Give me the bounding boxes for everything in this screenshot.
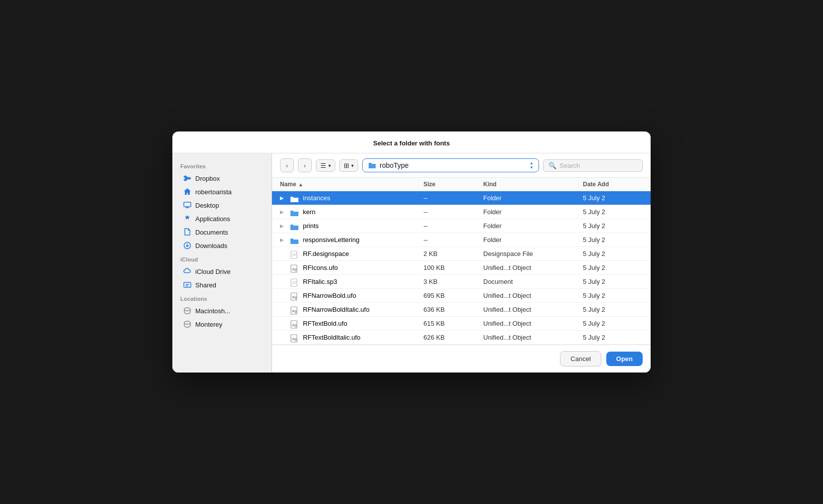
folder-path-icon <box>368 161 377 170</box>
file-date: 5 July 2 <box>583 250 643 257</box>
sidebar-item-shared[interactable]: Shared <box>175 278 269 291</box>
folder-icon <box>290 195 299 204</box>
file-kind: Designspace File <box>483 250 583 257</box>
file-name-cell: ▶ prints <box>280 222 423 230</box>
file-kind: Folder <box>483 194 583 202</box>
sidebar-item-dropbox[interactable]: Dropbox <box>175 172 269 185</box>
file-type-icon <box>290 223 299 230</box>
svg-rect-8 <box>291 279 297 286</box>
path-down-arrow[interactable]: ▼ <box>530 166 534 170</box>
main-content: ‹ › ☰ ▾ ⊞ ▾ roboType ▲ ▼ <box>272 153 651 373</box>
documents-icon <box>183 228 191 236</box>
path-up-arrow[interactable]: ▲ <box>530 161 534 165</box>
kind-column-header[interactable]: Kind <box>483 181 583 188</box>
size-column-header[interactable]: Size <box>423 181 483 188</box>
toolbar: ‹ › ☰ ▾ ⊞ ▾ roboType ▲ ▼ <box>272 153 651 178</box>
forward-button[interactable]: › <box>298 158 312 172</box>
list-view-chevron: ▾ <box>328 163 331 168</box>
table-row[interactable]: ▶ responsiveLettering -- Folder 5 July 2 <box>272 233 651 247</box>
svg-point-3 <box>184 308 190 311</box>
back-button[interactable]: ‹ <box>280 158 294 172</box>
table-row[interactable]: RFItalic.sp3 3 KB Document 5 July 2 <box>272 275 651 289</box>
file-kind: Document <box>483 278 583 285</box>
file-date: 5 July 2 <box>583 194 643 202</box>
search-input[interactable] <box>559 162 637 169</box>
file-kind: Folder <box>483 222 583 230</box>
svg-rect-5 <box>291 251 297 258</box>
expand-arrow[interactable]: ▶ <box>280 237 286 243</box>
file-type-icon: Ag <box>290 292 299 299</box>
sidebar-item-desktop[interactable]: Desktop <box>175 199 269 212</box>
text-file-icon <box>290 278 299 287</box>
sidebar-item-applications[interactable]: Applications <box>175 212 269 225</box>
sidebar-item-monterey[interactable]: Monterey <box>175 318 269 331</box>
search-bar: 🔍 <box>543 159 643 172</box>
desktop-icon <box>183 201 191 209</box>
file-name: RF.designspace <box>303 250 349 257</box>
table-row[interactable]: Ag RFIcons.ufo 100 KB Unified...t Object… <box>272 261 651 275</box>
search-icon: 🔍 <box>549 162 556 169</box>
grid-view-chevron: ▾ <box>351 163 354 168</box>
file-kind: Folder <box>483 236 583 244</box>
table-row[interactable]: Ag RFTextBoldItalic.ufo 626 KB Unified..… <box>272 331 651 345</box>
file-date: 5 July 2 <box>583 236 643 244</box>
open-button[interactable]: Open <box>606 352 643 366</box>
svg-rect-2 <box>184 282 191 287</box>
cancel-button[interactable]: Cancel <box>560 351 601 367</box>
table-row[interactable]: Ag RFNarrowBold.ufo 695 KB Unified...t O… <box>272 289 651 303</box>
sidebar-item-documents[interactable]: Documents <box>175 226 269 239</box>
dropbox-icon <box>183 174 191 182</box>
grid-view-button[interactable]: ⊞ ▾ <box>339 159 358 172</box>
table-row[interactable]: ▶ kern -- Folder 5 July 2 <box>272 205 651 219</box>
locations-header: Locations <box>172 292 272 304</box>
file-name: RFIcons.ufo <box>303 264 338 271</box>
file-date: 5 July 2 <box>583 292 643 299</box>
table-row[interactable]: ▶ prints -- Folder 5 July 2 <box>272 219 651 233</box>
ufo-file-icon: Ag <box>290 306 299 315</box>
sidebar-item-label: Shared <box>195 281 216 289</box>
date-column-header[interactable]: Date Add <box>583 181 643 188</box>
table-row[interactable]: Ag RFTextBold.ufo 615 KB Unified...t Obj… <box>272 317 651 331</box>
home-icon <box>183 188 191 196</box>
icloud-header: iCloud <box>172 252 272 264</box>
footer: Cancel Open <box>272 345 651 373</box>
sidebar-item-macintosh[interactable]: Macintosh... <box>175 304 269 317</box>
sidebar-item-label: Documents <box>195 229 228 236</box>
path-bar: roboType ▲ ▼ <box>362 158 539 172</box>
table-row[interactable]: ▶ instances -- Folder 5 July 2 <box>272 191 651 205</box>
table-row[interactable]: Ag RFNarrowBoldItalic.ufo 636 KB Unified… <box>272 303 651 317</box>
file-name-cell: ▶ kern <box>280 208 423 216</box>
drive2-icon <box>183 320 191 328</box>
list-view-icon: ☰ <box>320 162 326 169</box>
file-type-icon: Ag <box>290 306 299 313</box>
sidebar-item-icloud-drive[interactable]: iCloud Drive <box>175 265 269 278</box>
path-nav-arrows[interactable]: ▲ ▼ <box>530 161 534 170</box>
expand-arrow[interactable]: ▶ <box>280 195 286 201</box>
sidebar-item-label: Monterey <box>195 321 222 328</box>
file-name: kern <box>303 208 315 216</box>
name-column-header[interactable]: Name ▲ <box>280 181 423 188</box>
file-date: 5 July 2 <box>583 222 643 230</box>
folder-icon <box>290 237 299 246</box>
sidebar-item-robertoarista[interactable]: robertoarista <box>175 185 269 198</box>
file-type-icon <box>290 195 299 202</box>
file-size: 3 KB <box>423 278 483 285</box>
sidebar-item-label: Macintosh... <box>195 307 230 315</box>
sidebar-item-label: Desktop <box>195 202 219 209</box>
file-size: -- <box>423 194 483 202</box>
table-row[interactable]: RF.designspace 2 KB Designspace File 5 J… <box>272 247 651 261</box>
expand-arrow[interactable]: ▶ <box>280 209 286 215</box>
sidebar-item-downloads[interactable]: Downloads <box>175 239 269 252</box>
shared-icon <box>183 281 191 289</box>
file-size: -- <box>423 236 483 244</box>
file-size: -- <box>423 208 483 216</box>
list-view-button[interactable]: ☰ ▾ <box>316 159 335 172</box>
file-kind: Unified...t Object <box>483 292 583 299</box>
sidebar-item-label: robertoarista <box>195 188 232 196</box>
svg-text:Ag: Ag <box>292 323 296 327</box>
ufo-file-icon: Ag <box>290 334 299 343</box>
expand-arrow[interactable]: ▶ <box>280 223 286 229</box>
favorites-header: Favorites <box>172 159 272 171</box>
file-type-icon <box>290 209 299 216</box>
file-list-header: Name ▲ Size Kind Date Add <box>272 178 651 191</box>
